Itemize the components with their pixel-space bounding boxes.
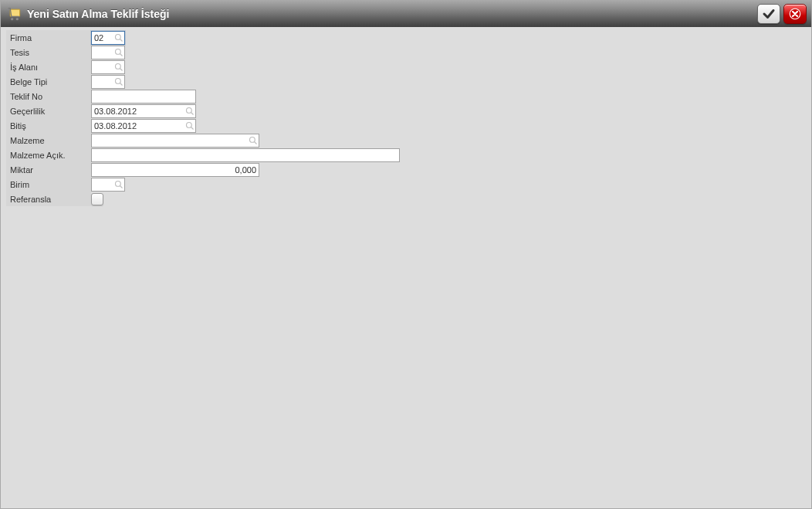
form-content: Firma Tesis İş Alanı bbox=[1, 27, 811, 209]
svg-line-15 bbox=[191, 127, 194, 129]
label-miktar: Miktar bbox=[6, 162, 91, 177]
row-belge-tipi: Belge Tipi bbox=[6, 74, 806, 89]
svg-point-8 bbox=[116, 63, 121, 69]
search-icon[interactable] bbox=[185, 121, 195, 131]
label-belge-tipi: Belge Tipi bbox=[6, 74, 91, 89]
label-is-alani: İş Alanı bbox=[6, 59, 91, 74]
svg-point-12 bbox=[187, 107, 192, 113]
svg-point-4 bbox=[116, 34, 121, 39]
svg-line-19 bbox=[120, 185, 123, 188]
row-teklif-no: Teklif No bbox=[6, 89, 806, 103]
svg-point-18 bbox=[116, 181, 121, 186]
search-icon[interactable] bbox=[114, 33, 123, 42]
input-bitis[interactable] bbox=[91, 119, 196, 133]
row-firma: Firma bbox=[6, 30, 806, 45]
input-gecerlilik[interactable] bbox=[91, 104, 196, 118]
close-button[interactable] bbox=[783, 4, 807, 24]
svg-line-7 bbox=[120, 53, 123, 56]
row-is-alani: İş Alanı bbox=[6, 59, 806, 74]
search-icon[interactable] bbox=[114, 180, 123, 189]
titlebar-buttons bbox=[757, 4, 807, 24]
row-malzeme-acik: Malzeme Açık. bbox=[6, 148, 806, 162]
window: Yeni Satın Alma Teklif İsteği Firma bbox=[0, 0, 812, 509]
checkbox-referansla[interactable] bbox=[91, 193, 103, 205]
search-icon[interactable] bbox=[114, 63, 123, 72]
svg-line-13 bbox=[191, 112, 194, 114]
label-teklif-no: Teklif No bbox=[6, 89, 91, 103]
label-referansla: Referansla bbox=[6, 192, 91, 206]
label-gecerlilik: Geçerlilik bbox=[6, 103, 91, 118]
label-birim: Birim bbox=[6, 177, 91, 192]
row-birim: Birim bbox=[6, 177, 806, 192]
search-icon[interactable] bbox=[114, 48, 123, 57]
label-bitis: Bitiş bbox=[6, 118, 91, 133]
row-gecerlilik: Geçerlilik bbox=[6, 103, 806, 118]
search-icon[interactable] bbox=[249, 136, 258, 145]
row-bitis: Bitiş bbox=[6, 118, 806, 133]
label-tesis: Tesis bbox=[6, 45, 91, 59]
confirm-button[interactable] bbox=[757, 4, 780, 24]
label-malzeme-acik: Malzeme Açık. bbox=[6, 148, 91, 162]
row-malzeme: Malzeme bbox=[6, 133, 806, 148]
search-icon[interactable] bbox=[114, 77, 123, 87]
label-firma: Firma bbox=[6, 30, 91, 45]
row-miktar: Miktar bbox=[6, 162, 806, 177]
input-miktar[interactable] bbox=[91, 163, 259, 177]
svg-line-11 bbox=[120, 83, 123, 85]
titlebar: Yeni Satın Alma Teklif İsteği bbox=[1, 1, 811, 27]
input-malzeme[interactable] bbox=[91, 134, 259, 148]
svg-line-9 bbox=[120, 68, 123, 70]
svg-line-5 bbox=[120, 39, 123, 41]
cart-icon bbox=[7, 6, 22, 22]
row-referansla: Referansla bbox=[6, 192, 806, 206]
svg-point-14 bbox=[187, 122, 192, 127]
svg-point-16 bbox=[250, 137, 255, 142]
label-malzeme: Malzeme bbox=[6, 133, 91, 148]
svg-point-2 bbox=[16, 18, 19, 20]
search-icon[interactable] bbox=[185, 107, 195, 116]
svg-point-6 bbox=[116, 49, 121, 54]
svg-point-1 bbox=[11, 18, 13, 20]
input-teklif-no[interactable] bbox=[91, 90, 196, 103]
window-title: Yeni Satın Alma Teklif İsteği bbox=[27, 8, 169, 20]
svg-line-17 bbox=[255, 141, 257, 144]
input-malzeme-acik[interactable] bbox=[91, 148, 400, 162]
row-tesis: Tesis bbox=[6, 45, 806, 59]
svg-point-10 bbox=[116, 78, 121, 83]
